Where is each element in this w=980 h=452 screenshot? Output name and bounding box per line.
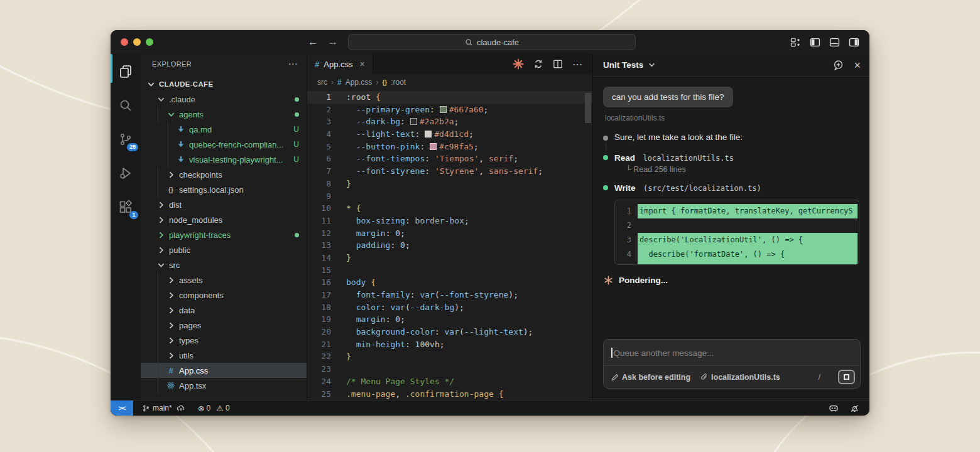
diff-added-line: import { formatDate, translateKey, getCu… xyxy=(638,204,858,218)
split-editor-icon[interactable] xyxy=(553,59,563,69)
close-panel-icon[interactable]: × xyxy=(854,60,861,71)
extensions-view-icon[interactable]: 1 xyxy=(116,197,136,217)
remote-indicator[interactable]: >< xyxy=(111,401,133,416)
code-editor[interactable]: 1:root {2 --primary-green: #667a60;3 --d… xyxy=(307,90,592,400)
code-line-11: 11 box-sizing: border-box; xyxy=(307,215,592,227)
stop-button[interactable] xyxy=(838,370,855,384)
tree-item-types[interactable]: types xyxy=(141,333,307,348)
chat-panel: Unit Tests × can you add tests for this … xyxy=(593,54,869,400)
command-center-search[interactable]: claude-cafe xyxy=(348,34,636,50)
tree-item-label: assets xyxy=(179,276,203,285)
errors-icon: ⊗ xyxy=(198,404,205,413)
notifications-muted-icon[interactable] xyxy=(850,404,859,413)
customize-layout-icon[interactable] xyxy=(790,37,801,48)
toggle-primary-sidebar-icon[interactable] xyxy=(810,37,820,48)
line-content: } xyxy=(331,350,351,363)
sync-changes-icon[interactable] xyxy=(533,59,543,69)
code-line-24: 24/* Menu Page Styles */ xyxy=(307,375,592,388)
context-file-label: localizationUtils.ts xyxy=(605,114,861,122)
line-content: margin: 0; xyxy=(331,313,405,326)
breadcrumb-folder[interactable]: src xyxy=(317,78,327,87)
tool-call-write[interactable]: Write (src/test/localization.ts) xyxy=(603,182,861,193)
line-number: 11 xyxy=(307,215,331,227)
code-line-25: 25.menu-page, .confirmation-page { xyxy=(307,388,592,401)
tree-item-claude-cafe[interactable]: CLAUDE-CAFE xyxy=(141,77,307,92)
assistant-text: Sure, let me take a look at the file: xyxy=(614,132,743,142)
tree-item-label: qa.md xyxy=(189,125,212,134)
tool-bullet xyxy=(603,185,608,190)
tree-item-agents[interactable]: agents xyxy=(141,107,307,122)
problems-item[interactable]: ⊗ 0 ⚠ 0 xyxy=(198,404,230,413)
tree-item-qa-md[interactable]: qa.mdU xyxy=(141,122,307,137)
edit-mode-selector[interactable]: Ask before editing xyxy=(611,373,690,382)
tree-item-node-modules[interactable]: node_modules xyxy=(141,212,307,227)
tree-item-src[interactable]: src xyxy=(141,257,307,272)
tree-item-label: pages xyxy=(179,321,201,330)
tab-app-css[interactable]: # App.css × xyxy=(307,54,373,74)
tab-close-icon[interactable]: × xyxy=(359,59,364,69)
line-content: --button-pink: #c98fa5; xyxy=(331,141,479,153)
chat-title-dropdown[interactable]: Unit Tests xyxy=(603,60,655,70)
branch-icon xyxy=(142,404,150,412)
line-number: 1 xyxy=(307,91,331,104)
tree-item-data[interactable]: data xyxy=(141,303,307,318)
tree-item-utils[interactable]: utils xyxy=(141,348,307,363)
tree-item-quebec-french-complian-[interactable]: quebec-french-complian...U xyxy=(141,137,307,152)
more-actions-icon[interactable]: ⋯ xyxy=(288,58,298,70)
diff-line-5: 5 it('should format date correctly', () … xyxy=(615,262,858,265)
attachment-chip[interactable]: localizationUtils.ts xyxy=(700,373,780,382)
claude-spark-icon[interactable] xyxy=(513,58,524,70)
source-control-view-icon[interactable]: 25 xyxy=(116,129,136,149)
git-branch-item[interactable]: main* xyxy=(142,404,185,412)
chat-panel-header: Unit Tests × xyxy=(593,54,869,77)
zoom-window-button[interactable] xyxy=(146,38,153,46)
forward-icon[interactable]: → xyxy=(328,36,338,48)
minimize-window-button[interactable] xyxy=(133,38,141,46)
line-content: /* Menu Page Styles */ xyxy=(331,375,454,388)
tree-item-settings-local-json[interactable]: {}settings.local.json xyxy=(141,182,307,197)
run-debug-view-icon[interactable] xyxy=(116,163,136,183)
breadcrumb-file[interactable]: App.css xyxy=(346,78,373,87)
message-input[interactable]: Queue another message... xyxy=(604,340,860,365)
tree-item-app-tsx[interactable]: App.tsx xyxy=(141,378,307,393)
chevron-right-icon xyxy=(167,171,175,179)
back-icon[interactable]: ← xyxy=(308,36,318,48)
tree-item-checkpoints[interactable]: checkpoints xyxy=(141,167,307,182)
diff-code-block[interactable]: 1import { formatDate, translateKey, getC… xyxy=(614,200,859,265)
tree-item-dist[interactable]: dist xyxy=(141,197,307,212)
search-icon xyxy=(465,38,473,46)
new-chat-icon[interactable] xyxy=(833,60,844,70)
tree-item-visual-testing-playwright-[interactable]: visual-testing-playwright...U xyxy=(141,152,307,167)
editor-scrollbar[interactable] xyxy=(585,93,591,123)
copilot-icon[interactable] xyxy=(829,403,839,413)
color-swatch-icon xyxy=(425,131,432,137)
breadcrumb-symbol[interactable]: :root xyxy=(391,78,406,87)
line-content: --dark-bg: #2a2b2a; xyxy=(331,116,459,128)
tree-item-playwright-traces[interactable]: playwright-traces xyxy=(141,227,307,242)
line-number: 3 xyxy=(307,116,331,128)
code-line-8: 8} xyxy=(307,178,592,190)
tree-item-app-css[interactable]: #App.css xyxy=(141,363,307,378)
editor-more-actions-icon[interactable]: ⋯ xyxy=(572,58,582,70)
search-view-icon[interactable] xyxy=(116,95,136,116)
active-view-indicator xyxy=(111,54,112,83)
toggle-panel-icon[interactable] xyxy=(829,37,840,48)
slash-command-hint[interactable]: / xyxy=(818,372,820,382)
tree-item-components[interactable]: components xyxy=(141,288,307,303)
line-content: --light-text: #d4d1cd; xyxy=(331,128,474,141)
pencil-icon xyxy=(611,374,619,381)
line-number: 10 xyxy=(307,202,331,215)
tree-item--claude[interactable]: .claude xyxy=(141,92,307,107)
toggle-secondary-sidebar-icon[interactable] xyxy=(849,37,859,48)
tree-item-assets[interactable]: assets xyxy=(141,272,307,288)
chat-input-box[interactable]: Queue another message... Ask before edit… xyxy=(603,339,861,389)
line-content: margin: 0; xyxy=(331,227,405,240)
tree-item-public[interactable]: public xyxy=(141,242,307,257)
publish-cloud-icon xyxy=(177,404,185,412)
tree-item-pages[interactable]: pages xyxy=(141,318,307,333)
explorer-view-icon[interactable] xyxy=(116,62,136,82)
paperclip-icon xyxy=(700,373,708,381)
markdown-file-icon xyxy=(177,126,185,133)
tool-call-read[interactable]: Read localizationUtils.ts └ Read 256 lin… xyxy=(603,152,861,174)
close-window-button[interactable] xyxy=(121,38,128,46)
